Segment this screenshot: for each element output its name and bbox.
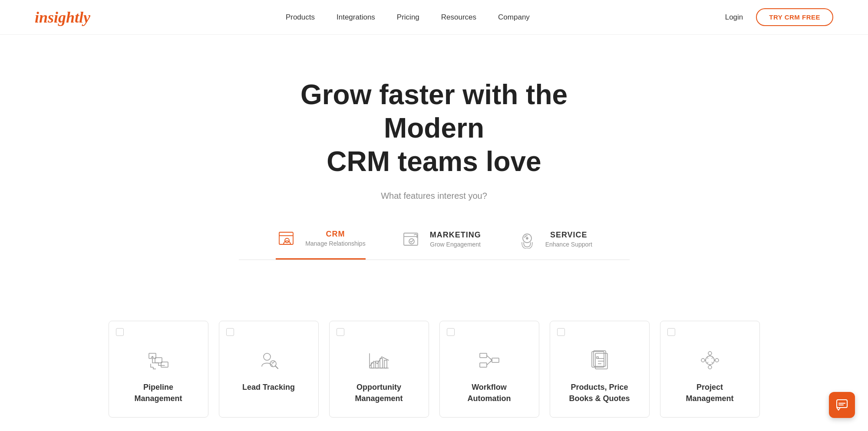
products-icon	[587, 347, 613, 373]
card-label-project: Project Management	[669, 382, 751, 404]
brand-logo[interactable]: insightly	[35, 8, 90, 26]
nav-integrations[interactable]: Integrations	[337, 13, 375, 21]
marketing-tab-text: MARKETING Grow Engagement	[430, 230, 481, 248]
svg-line-13	[275, 366, 278, 368]
svg-point-33	[708, 352, 712, 355]
svg-point-34	[708, 365, 712, 369]
opportunity-icon	[366, 347, 392, 373]
svg-line-42	[712, 362, 713, 363]
feature-tabs: CRM Manage Relationships MARKETING Grow …	[239, 227, 630, 260]
try-free-button[interactable]: TRY CRM FREE	[756, 8, 833, 26]
card-opportunity[interactable]: Opportunity Management	[329, 321, 429, 417]
card-checkbox-lead[interactable]	[226, 328, 234, 336]
svg-rect-19	[384, 360, 387, 368]
card-project[interactable]: Project Management	[660, 321, 760, 417]
nav-pricing[interactable]: Pricing	[397, 13, 419, 21]
svg-line-43	[712, 358, 713, 359]
hero-subtext: What features interest you?	[35, 191, 833, 201]
card-checkbox-project[interactable]	[667, 328, 675, 336]
card-label-lead: Lead Tracking	[228, 382, 310, 393]
svg-rect-31	[597, 357, 598, 359]
card-checkbox-workflow[interactable]	[447, 328, 455, 336]
svg-point-7	[526, 237, 528, 239]
svg-point-36	[715, 359, 719, 362]
svg-line-44	[707, 362, 708, 363]
card-pipeline[interactable]: Pipeline Management	[109, 321, 208, 417]
nav-products[interactable]: Products	[286, 13, 315, 21]
svg-point-11	[264, 353, 271, 360]
card-checkbox-pipeline[interactable]	[116, 328, 124, 336]
service-tab-text: SERVICE Enhance Support	[545, 230, 592, 248]
svg-point-35	[701, 359, 705, 362]
tab-service[interactable]: SERVICE Enhance Support	[516, 227, 592, 260]
chat-icon	[836, 399, 848, 411]
chat-button[interactable]	[829, 392, 855, 418]
lead-icon	[256, 347, 282, 373]
svg-point-32	[706, 356, 714, 365]
svg-rect-18	[380, 359, 383, 368]
navbar-right: Login TRY CRM FREE	[725, 8, 833, 26]
svg-rect-22	[492, 358, 499, 362]
svg-rect-21	[480, 363, 487, 367]
svg-rect-17	[376, 361, 378, 368]
crm-tab-icon	[276, 227, 298, 250]
card-label-workflow: Workflow Automation	[449, 382, 530, 404]
tab-marketing[interactable]: MARKETING Grow Engagement	[400, 227, 481, 260]
svg-line-41	[707, 358, 708, 359]
navbar: insightly Products Integrations Pricing …	[0, 0, 868, 35]
card-products[interactable]: Products, Price Books & Quotes	[550, 321, 650, 417]
svg-rect-20	[480, 353, 487, 358]
nav-company[interactable]: Company	[498, 13, 530, 21]
card-workflow[interactable]: Workflow Automation	[439, 321, 539, 417]
hero-section: Grow faster with the Modern CRM teams lo…	[0, 35, 868, 312]
hero-headline: Grow faster with the Modern CRM teams lo…	[282, 78, 586, 178]
pipeline-icon	[145, 347, 172, 373]
nav-resources[interactable]: Resources	[441, 13, 476, 21]
nav-links: Products Integrations Pricing Resources …	[286, 13, 530, 22]
card-checkbox-opportunity[interactable]	[337, 328, 344, 336]
card-lead[interactable]: Lead Tracking	[219, 321, 319, 417]
workflow-icon	[476, 347, 502, 373]
card-label-pipeline: Pipeline Management	[118, 382, 199, 404]
marketing-tab-icon	[400, 228, 423, 250]
card-label-opportunity: Opportunity Management	[338, 382, 420, 404]
card-label-products: Products, Price Books & Quotes	[559, 382, 640, 404]
crm-tab-text: CRM Manage Relationships	[305, 230, 366, 247]
project-icon	[697, 347, 723, 373]
card-checkbox-products[interactable]	[557, 328, 565, 336]
svg-point-2	[285, 238, 289, 243]
service-tab-icon	[516, 228, 538, 250]
feature-cards: Pipeline Management Lead Tracking	[0, 312, 868, 431]
tab-crm[interactable]: CRM Manage Relationships	[276, 227, 366, 260]
login-link[interactable]: Login	[725, 13, 743, 22]
